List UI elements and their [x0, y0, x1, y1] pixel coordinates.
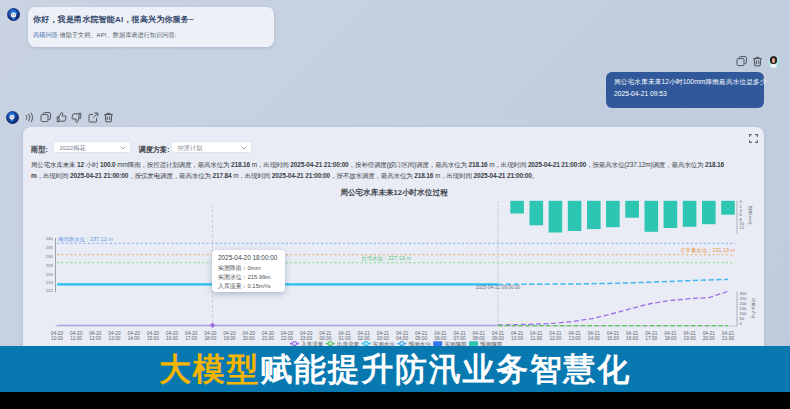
svg-text:04-20: 04-20 — [262, 331, 275, 336]
svg-text:04-21: 04-21 — [568, 331, 581, 336]
svg-text:20:00: 20:00 — [703, 336, 715, 341]
svg-text:04-21: 04-21 — [434, 331, 447, 336]
svg-text:04-20: 04-20 — [128, 331, 141, 336]
svg-text:梅汛限水位：237.12 m: 梅汛限水位：237.12 m — [57, 236, 113, 243]
svg-text:04-21: 04-21 — [626, 331, 639, 336]
svg-text:04:00: 04:00 — [396, 336, 408, 341]
svg-text:04-21: 04-21 — [549, 331, 562, 336]
svg-text:周公宅水库未来12小时水位过程: 周公宅水库未来12小时水位过程 — [339, 188, 448, 197]
svg-text:16:00: 16:00 — [626, 336, 638, 341]
svg-text:12:00: 12:00 — [549, 336, 561, 341]
svg-text:16:00: 16:00 — [166, 336, 178, 341]
svg-text:0: 0 — [740, 321, 743, 326]
svg-text:04-21: 04-21 — [664, 331, 677, 336]
svg-text:235: 235 — [46, 245, 54, 250]
svg-text:2025-04-21 09:00:00: 2025-04-21 09:00:00 — [476, 285, 521, 290]
svg-text:04-21: 04-21 — [722, 331, 735, 336]
svg-text:04-20: 04-20 — [185, 331, 198, 336]
svg-text:19:00: 19:00 — [684, 336, 696, 341]
svg-text:04-21: 04-21 — [358, 331, 371, 336]
svg-text:14:00: 14:00 — [128, 336, 140, 341]
svg-text:04-20: 04-20 — [147, 331, 160, 336]
svg-text:04-20: 04-20 — [281, 331, 294, 336]
svg-text:19:00: 19:00 — [223, 336, 235, 341]
svg-text:18:00: 18:00 — [204, 336, 216, 341]
svg-text:230: 230 — [46, 254, 54, 259]
svg-text:04-20: 04-20 — [89, 331, 102, 336]
svg-text:10:00: 10:00 — [511, 336, 523, 341]
svg-text:04-20: 04-20 — [243, 331, 256, 336]
svg-text:11:00: 11:00 — [70, 336, 82, 341]
svg-text:04-20: 04-20 — [223, 331, 236, 336]
svg-text:220: 220 — [46, 272, 54, 277]
svg-text:雨量(mm): 雨量(mm) — [748, 205, 753, 225]
svg-text:04-20: 04-20 — [300, 331, 313, 336]
svg-text:04-20: 04-20 — [166, 331, 179, 336]
svg-text:215: 215 — [46, 280, 54, 285]
svg-text:04-20: 04-20 — [70, 331, 83, 336]
svg-text:17:00: 17:00 — [645, 336, 657, 341]
svg-text:04-21: 04-21 — [588, 331, 601, 336]
svg-text:04-20: 04-20 — [51, 331, 64, 336]
svg-text:10:00: 10:00 — [51, 336, 63, 341]
svg-text:14:00: 14:00 — [588, 336, 600, 341]
svg-text:13:00: 13:00 — [108, 336, 120, 341]
svg-text:240: 240 — [46, 236, 54, 241]
svg-text:流量(m³/s): 流量(m³/s) — [751, 297, 756, 319]
svg-text:21:00: 21:00 — [722, 336, 734, 341]
svg-text:20:00: 20:00 — [243, 336, 255, 341]
svg-text:18:00: 18:00 — [664, 336, 676, 341]
svg-text:22:00: 22:00 — [281, 336, 293, 341]
svg-text:02:00: 02:00 — [358, 336, 370, 341]
svg-text:15:00: 15:00 — [147, 336, 159, 341]
svg-text:13:00: 13:00 — [569, 336, 581, 341]
svg-text:正常蓄水位：231.13 m: 正常蓄水位：231.13 m — [680, 247, 735, 253]
svg-text:12: 12 — [740, 225, 745, 230]
svg-text:04-20: 04-20 — [108, 331, 121, 336]
svg-text:04-21: 04-21 — [396, 331, 409, 336]
svg-text:04-20: 04-20 — [204, 331, 217, 336]
svg-text:04-21: 04-21 — [415, 331, 428, 336]
svg-text:04-21: 04-21 — [319, 331, 332, 336]
svg-text:225: 225 — [46, 263, 54, 268]
svg-text:12:00: 12:00 — [89, 336, 101, 341]
svg-text:04-21: 04-21 — [473, 331, 486, 336]
svg-text:04-21: 04-21 — [645, 331, 658, 336]
svg-text:15:00: 15:00 — [607, 336, 619, 341]
svg-text:04-21: 04-21 — [492, 331, 505, 336]
svg-text:台汛水位：227.13 m: 台汛水位：227.13 m — [361, 255, 411, 261]
svg-text:04-21: 04-21 — [511, 331, 524, 336]
svg-text:04-21: 04-21 — [530, 331, 543, 336]
svg-text:17:00: 17:00 — [185, 336, 197, 341]
svg-text:04-21: 04-21 — [683, 331, 696, 336]
svg-text:04-21: 04-21 — [338, 331, 351, 336]
svg-text:21:00: 21:00 — [262, 336, 274, 341]
svg-text:04-21: 04-21 — [703, 331, 716, 336]
svg-text:04-21: 04-21 — [607, 331, 620, 336]
svg-text:04-21: 04-21 — [453, 331, 466, 336]
svg-text:04-21: 04-21 — [377, 331, 390, 336]
svg-text:11:00: 11:00 — [530, 336, 542, 341]
svg-text:212: 212 — [46, 288, 54, 293]
